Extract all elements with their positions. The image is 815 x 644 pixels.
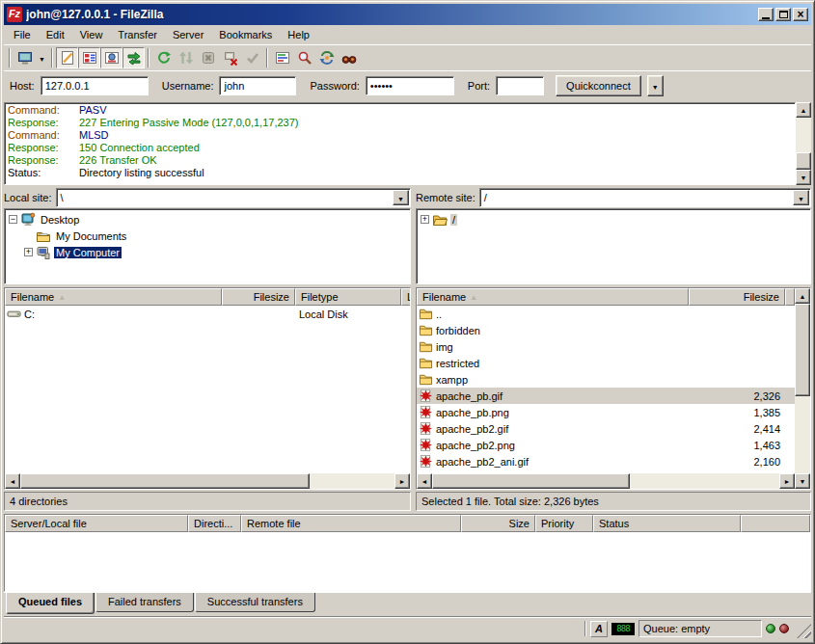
menu-edit[interactable]: Edit [39, 27, 72, 42]
minimize-button[interactable] [758, 8, 774, 21]
tree-item-label[interactable]: Desktop [39, 214, 81, 226]
tab-successful-transfers[interactable]: Successful transfers [195, 593, 315, 612]
port-input[interactable] [496, 76, 544, 95]
disconnect-button[interactable] [219, 47, 241, 68]
quickconnect-dropdown-button[interactable] [647, 75, 664, 96]
file-row[interactable]: restricted [417, 355, 795, 371]
close-button[interactable]: × [793, 8, 808, 21]
tree-item-my-computer[interactable]: + My Computer [6, 244, 409, 260]
menu-server[interactable]: Server [165, 27, 211, 42]
folder-icon [419, 372, 433, 387]
column-size[interactable]: Size [461, 515, 535, 532]
scrollbar-thumb[interactable] [432, 473, 630, 489]
scrollbar-thumb[interactable] [796, 152, 811, 170]
site-manager-button[interactable] [14, 47, 36, 68]
tree-item-root[interactable]: + / [418, 211, 809, 228]
expand-icon[interactable]: + [24, 248, 33, 256]
scroll-down-icon[interactable] [796, 170, 811, 185]
local-horizontal-scrollbar[interactable] [5, 473, 410, 489]
host-input[interactable] [41, 76, 149, 95]
local-site-dropdown-button[interactable] [393, 190, 409, 205]
speed-limit-icon[interactable]: 888 [611, 623, 635, 635]
password-input[interactable] [366, 76, 454, 95]
file-row[interactable]: apache_pb.png 1,385 [417, 404, 795, 420]
file-name: restricted [433, 358, 686, 369]
remote-site-combobox[interactable]: / [479, 188, 811, 207]
column-filename[interactable]: Filename▲ [417, 288, 689, 306]
title-bar[interactable]: Fz john@127.0.0.1 - FileZilla × [4, 4, 811, 25]
menu-file[interactable]: File [6, 27, 39, 42]
column-priority[interactable]: Priority [535, 515, 593, 532]
file-row-c-drive[interactable]: C: Local Disk [5, 306, 410, 322]
directory-comparison-button[interactable] [293, 47, 315, 68]
tree-item-desktop[interactable]: − Desktop [6, 211, 409, 228]
toggle-message-log-button[interactable] [56, 47, 78, 68]
file-row[interactable]: img [417, 338, 795, 355]
scroll-down-icon[interactable] [795, 473, 810, 489]
resize-grip[interactable] [797, 624, 811, 638]
filezilla-window: Fz john@127.0.0.1 - FileZilla × File Edi… [0, 0, 815, 644]
column-filesize[interactable]: Filesize [222, 288, 295, 306]
scrollbar-thumb[interactable] [20, 473, 310, 489]
file-row[interactable]: .. [417, 306, 795, 322]
scroll-left-icon[interactable] [417, 473, 432, 489]
tree-item-label[interactable]: / [450, 214, 457, 226]
tree-item-label[interactable]: My Computer [54, 247, 122, 258]
process-queue-button[interactable] [175, 47, 197, 68]
column-filetype[interactable]: Filetype [295, 288, 401, 306]
reconnect-button[interactable] [241, 47, 263, 68]
remote-site-dropdown-button[interactable] [793, 190, 809, 205]
log-line: Status:Directory listing successful [8, 167, 792, 179]
cancel-operation-button[interactable] [197, 47, 219, 68]
toggle-transfer-queue-button[interactable] [122, 47, 145, 68]
column-direction[interactable]: Directi... [188, 515, 241, 532]
find-files-icon [341, 50, 357, 66]
column-filename[interactable]: Filename▲ [5, 288, 222, 306]
tree-item-my-documents[interactable]: My Documents [6, 228, 409, 244]
local-status-text: 4 directories [4, 492, 411, 511]
file-row[interactable]: apache_pb2_ani.gif 2,160 [417, 453, 795, 470]
scroll-up-icon[interactable] [796, 102, 811, 118]
scroll-up-icon[interactable] [795, 288, 810, 304]
file-row[interactable]: apache_pb2.gif 2,414 [417, 420, 795, 437]
collapse-icon[interactable]: − [9, 215, 17, 224]
filter-button[interactable] [271, 47, 293, 68]
expand-icon[interactable]: + [421, 215, 429, 224]
scroll-left-icon[interactable] [5, 473, 20, 489]
menu-view[interactable]: View [72, 27, 111, 42]
menu-help[interactable]: Help [280, 27, 317, 42]
local-site-combobox[interactable]: \ [56, 188, 411, 207]
tab-queued-files[interactable]: Queued files [6, 593, 95, 614]
find-files-button[interactable] [338, 47, 360, 68]
toggle-remote-tree-button[interactable] [100, 47, 122, 68]
remote-horizontal-scrollbar[interactable] [417, 473, 795, 489]
refresh-button[interactable] [152, 47, 175, 68]
quickconnect-button[interactable]: Quickconnect [556, 75, 641, 96]
menu-bar: File Edit View Transfer Server Bookmarks… [4, 25, 811, 44]
transfer-type-indicator[interactable]: A [590, 621, 608, 637]
menu-transfer[interactable]: Transfer [110, 27, 165, 42]
column-last-modified[interactable]: L [401, 288, 411, 306]
toggle-local-tree-button[interactable] [78, 47, 100, 68]
username-input[interactable] [219, 76, 296, 95]
file-row[interactable]: apache_pb2.png 1,463 [417, 437, 795, 453]
remote-vertical-scrollbar[interactable] [795, 288, 810, 489]
file-row[interactable]: xampp [417, 371, 795, 388]
scrollbar-thumb[interactable] [795, 304, 810, 396]
column-remote-file[interactable]: Remote file [241, 515, 461, 532]
column-server-local-file[interactable]: Server/Local file [5, 515, 188, 532]
scroll-right-icon[interactable] [779, 473, 795, 489]
scroll-right-icon[interactable] [394, 473, 410, 489]
file-size: 2,414 [686, 423, 780, 435]
file-row[interactable]: forbidden [417, 322, 795, 338]
tab-failed-transfers[interactable]: Failed transfers [95, 593, 194, 612]
maximize-button[interactable] [775, 8, 791, 21]
synchronized-browsing-button[interactable] [315, 47, 338, 68]
menu-bookmarks[interactable]: Bookmarks [211, 27, 280, 42]
file-row-selected[interactable]: apache_pb.gif 2,326 [417, 388, 795, 404]
tree-item-label[interactable]: My Documents [54, 230, 128, 242]
column-status[interactable]: Status [593, 515, 741, 532]
column-filesize[interactable]: Filesize [689, 288, 785, 306]
log-scrollbar[interactable] [796, 102, 811, 185]
site-manager-dropdown-button[interactable] [36, 47, 48, 68]
